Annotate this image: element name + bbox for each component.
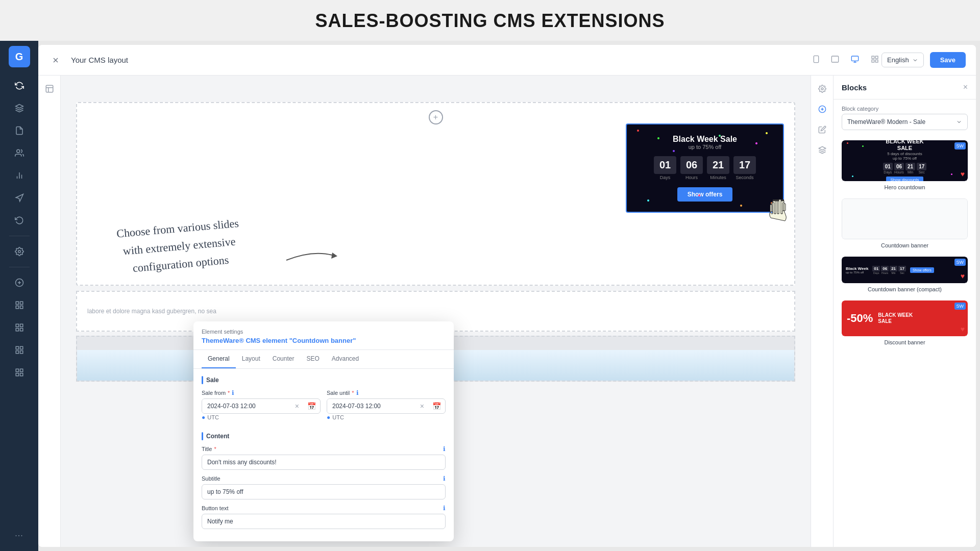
discount-heart-icon[interactable]: ♥ xyxy=(961,325,965,333)
device-mobile-icon[interactable] xyxy=(810,53,822,67)
sale-dates-row: Sale from * ℹ × 📅 xyxy=(202,389,446,426)
es-tabs: General Layout Counter SEO Advanced xyxy=(193,350,454,369)
save-button[interactable]: Save xyxy=(930,52,966,68)
sale-from-input[interactable] xyxy=(202,399,291,413)
svg-point-5 xyxy=(18,251,20,253)
layers-icon[interactable] xyxy=(814,142,830,158)
block-item-discount-banner: -50% BLACK WEEKSALE SW ♥ Discount banner xyxy=(842,300,968,345)
sidebar-logo[interactable]: G xyxy=(9,46,30,67)
sidebar-icon-grid-1[interactable] xyxy=(9,295,30,315)
info-icon-subtitle[interactable]: ℹ xyxy=(443,475,446,482)
sidebar-icon-chart[interactable] xyxy=(9,165,30,186)
subtitle-input[interactable] xyxy=(202,484,446,499)
info-icon-title[interactable]: ℹ xyxy=(443,445,446,453)
svg-rect-19 xyxy=(20,351,22,354)
svg-rect-31 xyxy=(851,56,858,61)
blocks-close-button[interactable]: × xyxy=(963,83,968,92)
block-thumb-dark-bg: BLACK WEEKSALE 5 days of discountsup to … xyxy=(842,140,968,181)
block-category-select[interactable]: ThemeWare® Modern - Sale xyxy=(842,114,968,130)
info-icon-until[interactable]: ℹ xyxy=(356,389,359,396)
svg-rect-23 xyxy=(20,373,22,376)
svg-rect-9 xyxy=(16,302,18,304)
es-header-label: Element settings xyxy=(202,329,446,335)
device-desktop-icon[interactable] xyxy=(848,53,862,67)
info-icon-from[interactable]: ℹ xyxy=(232,389,234,396)
banner-title: Black Week Sale xyxy=(637,135,773,144)
timer-minutes: 21 Minutes xyxy=(707,156,729,180)
sidebar-icon-grid-4[interactable] xyxy=(9,362,30,383)
editor-area: + Choose from various slideswith extreme… xyxy=(38,76,976,547)
sidebar-icon-settings[interactable] xyxy=(9,241,30,262)
top-bar-right: English Save xyxy=(881,52,966,68)
top-bar: Your CMS layout English xyxy=(38,45,976,76)
sidebar-icon-sync[interactable] xyxy=(9,76,30,96)
timer-seconds: 17 Seconds xyxy=(733,156,756,180)
svg-rect-17 xyxy=(16,346,18,349)
clear-until-icon[interactable]: × xyxy=(416,402,428,410)
tab-advanced[interactable]: Advanced xyxy=(326,350,365,368)
sidebar-icon-megaphone[interactable] xyxy=(9,188,30,208)
sidebar-icon-refresh[interactable] xyxy=(9,210,30,231)
hero-heart-icon[interactable]: ♥ xyxy=(961,170,965,178)
blocks-title: Blocks xyxy=(842,83,867,92)
section-label-bar xyxy=(202,376,203,384)
es-element-name: ThemeWare® CMS element "Countdown banner… xyxy=(202,337,446,344)
sidebar-icon-layers[interactable] xyxy=(9,98,30,118)
edit-icon[interactable] xyxy=(814,121,830,138)
handwriting-annotation: Choose from various slideswith extremely… xyxy=(116,214,242,279)
show-offers-button[interactable]: Show offers xyxy=(677,187,733,202)
device-tablet-icon[interactable] xyxy=(828,53,842,67)
device-grid-icon[interactable] xyxy=(868,53,881,67)
required-star: * xyxy=(228,390,230,396)
compact-inner: Black Week up to 75% off 01 Days xyxy=(842,263,968,278)
tab-seo[interactable]: SEO xyxy=(300,350,325,368)
svg-rect-38 xyxy=(46,85,53,92)
info-icon-button[interactable]: ℹ xyxy=(443,505,446,512)
sale-from-group: Sale from * ℹ × 📅 xyxy=(202,389,321,426)
calendar-until-icon[interactable]: 📅 xyxy=(428,402,445,410)
block-thumb-compact[interactable]: Black Week up to 75% off 01 Days xyxy=(842,257,968,283)
sidebar-icon-plus-circle[interactable] xyxy=(9,272,30,293)
svg-rect-14 xyxy=(20,324,22,327)
add-block-icon[interactable] xyxy=(814,101,830,117)
placeholder-text: labore et dolore magna kasd gubergren, n… xyxy=(87,308,216,315)
title-input[interactable] xyxy=(202,455,446,470)
mini-show-discounts-btn[interactable]: Show discounts xyxy=(886,177,923,181)
banner-subtitle: up to 75% off xyxy=(637,144,773,150)
sidebar-icon-grid-2[interactable] xyxy=(9,317,30,338)
discount-inner: -50% BLACK WEEKSALE xyxy=(842,309,968,328)
sale-until-group: Sale until * ℹ × 📅 xyxy=(327,389,446,426)
sale-section-header: Sale xyxy=(202,376,446,384)
button-text-input[interactable] xyxy=(202,514,446,529)
canvas-area: + Choose from various slideswith extreme… xyxy=(61,76,811,547)
sale-from-input-wrap: × 📅 xyxy=(202,398,321,414)
block-thumb-hero[interactable]: BLACK WEEKSALE 5 days of discountsup to … xyxy=(842,140,968,181)
clear-from-icon[interactable]: × xyxy=(291,402,303,410)
es-body: Sale Sale from * ℹ xyxy=(193,369,454,541)
block-thumb-countdown[interactable] xyxy=(842,198,968,239)
add-section-button[interactable]: + xyxy=(429,110,443,124)
sidebar-icon-more[interactable]: ··· xyxy=(9,525,30,546)
calendar-from-icon[interactable]: 📅 xyxy=(303,402,320,410)
tab-general[interactable]: General xyxy=(202,350,236,368)
timezone-until-row: ● UTC xyxy=(327,414,446,421)
settings-icon[interactable] xyxy=(814,81,830,97)
sidebar-icon-users[interactable] xyxy=(9,143,30,163)
sidebar-icon-pages[interactable] xyxy=(9,120,30,141)
block-thumb-empty-bg xyxy=(842,198,968,239)
svg-rect-11 xyxy=(20,306,22,309)
block-item-hero-countdown: BLACK WEEKSALE 5 days of discountsup to … xyxy=(842,140,968,190)
tab-counter[interactable]: Counter xyxy=(266,350,301,368)
compact-show-offers-btn[interactable]: Show offers xyxy=(910,267,934,273)
sale-until-input[interactable] xyxy=(327,399,416,413)
main-content: Your CMS layout English xyxy=(38,45,976,547)
sidebar-icon-grid-3[interactable] xyxy=(9,340,30,360)
compact-heart-icon[interactable]: ♥ xyxy=(961,272,965,280)
title-label: Title * ℹ xyxy=(202,445,446,453)
close-button[interactable] xyxy=(48,53,63,67)
countdown-timer: 01 Days 06 Hours 21 Minutes xyxy=(637,156,773,180)
tab-layout[interactable]: Layout xyxy=(236,350,266,368)
block-thumb-discount[interactable]: -50% BLACK WEEKSALE SW ♥ xyxy=(842,300,968,336)
language-dropdown[interactable]: English xyxy=(881,53,924,67)
toolbar-layout-icon[interactable] xyxy=(41,81,58,97)
